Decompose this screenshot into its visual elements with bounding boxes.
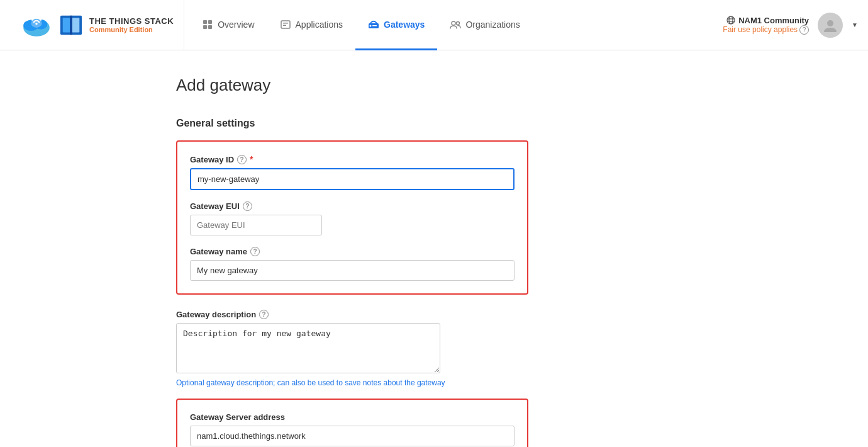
applications-icon xyxy=(280,19,291,30)
gateways-icon xyxy=(368,19,379,30)
nav-item-gateways[interactable]: Gateways xyxy=(355,1,437,50)
nav-items: Overview Applications xyxy=(189,0,533,50)
svg-rect-11 xyxy=(203,25,207,29)
svg-point-21 xyxy=(727,16,735,24)
gateway-name-group: Gateway name ? xyxy=(190,247,515,281)
gateway-name-help-icon[interactable]: ? xyxy=(250,247,260,256)
fair-use-link[interactable]: Fair use policy applies ? xyxy=(723,25,809,35)
brand-subtitle: Community Edition xyxy=(89,26,174,33)
gateway-server-label: Gateway Server address xyxy=(190,412,515,422)
gateway-name-input[interactable] xyxy=(190,260,515,281)
nav-right: NAM1 Community Fair use policy applies ?… xyxy=(723,13,858,38)
gateway-id-input[interactable] xyxy=(190,168,515,190)
svg-rect-7 xyxy=(72,18,79,32)
gateway-id-required: * xyxy=(250,154,253,164)
svg-rect-9 xyxy=(203,20,207,24)
globe-icon xyxy=(726,16,735,25)
general-settings-box: Gateway ID ? * Gateway EUI ? Gateway nam… xyxy=(176,140,528,295)
gateway-eui-help-icon[interactable]: ? xyxy=(243,201,252,211)
gateway-eui-label: Gateway EUI ? xyxy=(190,201,515,211)
nav-item-overview[interactable]: Overview xyxy=(189,1,267,50)
general-settings-title: General settings xyxy=(176,118,692,129)
fair-use-text: Fair use policy applies xyxy=(723,25,798,34)
svg-rect-18 xyxy=(372,25,377,26)
server-name: NAM1 Community xyxy=(726,16,809,25)
svg-rect-13 xyxy=(281,21,290,28)
navbar: THE THINGS STACK Community Edition Overv… xyxy=(0,0,868,50)
gateway-server-input[interactable] xyxy=(190,426,515,446)
overview-icon xyxy=(202,19,213,30)
svg-rect-15 xyxy=(283,25,286,26)
gateway-id-group: Gateway ID ? * xyxy=(190,154,515,190)
nav-label-applications: Applications xyxy=(296,20,343,30)
svg-rect-12 xyxy=(208,25,212,29)
nav-label-overview: Overview xyxy=(218,20,254,30)
page-title: Add gateway xyxy=(176,76,692,95)
svg-point-19 xyxy=(452,21,455,25)
gateway-eui-group: Gateway EUI ? xyxy=(190,201,515,235)
gateway-description-help-icon[interactable]: ? xyxy=(259,310,269,319)
svg-rect-6 xyxy=(63,18,70,32)
gateway-description-input[interactable]: Description for my new gateway xyxy=(176,323,440,373)
avatar[interactable] xyxy=(818,13,843,38)
organizations-icon xyxy=(450,19,461,30)
ttn-book-icon xyxy=(59,13,83,37)
svg-point-4 xyxy=(35,23,37,25)
gateway-id-help-icon[interactable]: ? xyxy=(237,155,247,164)
nav-label-gateways: Gateways xyxy=(384,20,425,30)
gateway-server-box: Gateway Server address xyxy=(176,399,528,447)
main-content: Add gateway General settings Gateway ID … xyxy=(151,50,717,447)
server-info: NAM1 Community Fair use policy applies ? xyxy=(723,16,809,35)
user-dropdown-arrow[interactable]: ▼ xyxy=(852,21,858,28)
gateway-server-group: Gateway Server address xyxy=(190,412,515,446)
svg-point-22 xyxy=(729,16,733,24)
gateway-id-label: Gateway ID ? * xyxy=(190,154,515,164)
svg-rect-10 xyxy=(208,20,212,24)
brand-title: THE THINGS STACK xyxy=(89,16,174,26)
svg-point-20 xyxy=(457,22,460,25)
fair-use-help-icon[interactable]: ? xyxy=(799,25,809,35)
user-avatar-icon xyxy=(822,17,838,33)
svg-point-25 xyxy=(827,20,833,26)
gateway-description-hint: Optional gateway description; can also b… xyxy=(176,378,528,387)
nav-item-applications[interactable]: Applications xyxy=(267,1,356,50)
gateway-eui-input[interactable] xyxy=(190,215,322,235)
gateway-name-label: Gateway name ? xyxy=(190,247,515,256)
svg-point-17 xyxy=(370,25,372,27)
gateway-description-label: Gateway description ? xyxy=(176,310,528,319)
server-name-text: NAM1 Community xyxy=(738,16,809,25)
nav-label-organizations: Organizations xyxy=(465,20,520,30)
brand[interactable]: THE THINGS STACK Community Edition xyxy=(10,0,184,50)
nav-item-organizations[interactable]: Organizations xyxy=(437,1,532,50)
brand-text: THE THINGS STACK Community Edition xyxy=(89,16,174,33)
svg-rect-14 xyxy=(283,23,288,24)
svg-rect-8 xyxy=(70,15,72,34)
gateway-description-group: Gateway description ? Description for my… xyxy=(176,310,528,387)
ttn-cloud-icon xyxy=(20,9,53,42)
